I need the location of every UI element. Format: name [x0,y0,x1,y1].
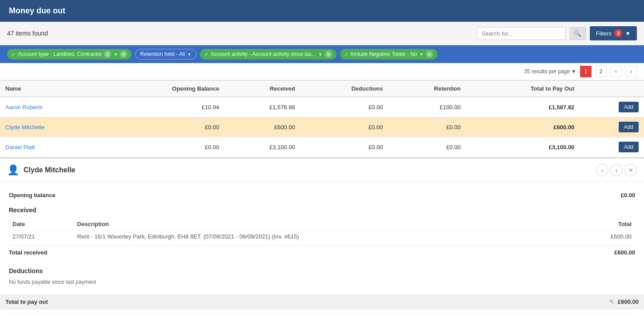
table-header-row: Name Opening Balance Received Deductions… [0,81,644,97]
add-button[interactable]: Add [619,142,639,152]
filter-tag-account-type-remove[interactable]: ✕ [120,51,127,58]
deductions-section: Deductions No funds payable since last p… [9,258,635,290]
search-button[interactable]: 🔍 [569,27,586,40]
deductions-header: Deductions [9,262,635,277]
filter-tag-account-activity[interactable]: ✓ Account activity - Account activity si… [200,49,336,60]
received-total: £600.00 [574,231,635,243]
filters-button[interactable]: Filters 3 ▼ [590,26,637,40]
row-name: Aaron Roberts [0,97,104,117]
table-row: Daniel Platt £0.00 £3,100.00 £0.00 £0.00… [0,137,644,157]
table-row: Clyde Mitchelle £0.00 £600.00 £0.00 £0.0… [0,117,644,137]
chevron-down-icon: ▼ [625,30,631,37]
filter-tag-account-type-badge: 2 [104,51,111,58]
pagination-bar: 25 results per page ▼ 1 2 ‹ › [0,63,644,80]
per-page-selector[interactable]: 25 results per page ▼ [524,68,576,75]
app-header: Money due out [0,0,644,22]
edit-icon[interactable]: ✎ [609,298,614,305]
filter-tag-account-activity-remove[interactable]: ✕ [325,51,332,58]
page-1-button[interactable]: 1 [580,66,592,77]
row-received: £600.00 [224,117,300,137]
col-deductions: Deductions [300,81,388,97]
table-row: Aaron Roberts £10.94 £1,576.88 £0.00 £10… [0,97,644,117]
add-button[interactable]: Add [619,102,639,112]
opening-balance-label: Opening balance [9,192,56,199]
row-action: Add [580,117,644,137]
row-opening-balance: £0.00 [104,137,224,157]
row-deductions: £0.00 [300,117,388,137]
filter-tag-include-negative-label: Include Negative Totals - No [351,51,417,57]
detail-header-left: 👤 Clyde Mitchelle [7,164,75,176]
search-input[interactable] [477,27,566,40]
row-received: £3,100.00 [224,137,300,157]
row-deductions: £0.00 [300,137,388,157]
opening-balance-row: Opening balance £0.00 [9,189,635,201]
check-icon: ✓ [12,52,16,57]
received-table: Date Description Total 27/07/21 Rent - 1… [9,219,635,242]
detail-panel: 👤 Clyde Mitchelle ‹ › ✕ Opening balance … [0,157,644,318]
detail-body: Opening balance £0.00 Received Date Desc… [0,182,644,318]
total-pay-out-row: Total to pay out ✎ £600.00 [0,294,644,310]
detail-header: 👤 Clyde Mitchelle ‹ › ✕ [0,159,644,182]
received-row: 27/07/21 Rent - 16/1 Waverley Park, Edin… [9,231,635,243]
received-label: Received [9,207,36,214]
next-page-button[interactable]: › [625,66,637,77]
row-opening-balance: £10.94 [104,97,224,117]
filter-tag-account-activity-label: Account activity - Account activity sinc… [211,51,316,57]
deductions-label: Deductions [9,267,43,274]
page-title: Money due out [9,6,65,15]
total-pay-out-value: £600.00 [618,298,639,305]
received-col-date: Date [9,219,74,231]
opening-balance-value: £0.00 [620,192,635,199]
row-retention: £0.00 [388,137,466,157]
name-link[interactable]: Clyde Mitchelle [5,124,44,131]
chevron-down-icon: ▼ [571,68,576,75]
col-opening-balance: Opening Balance [104,81,224,97]
detail-person-name: Clyde Mitchelle [24,166,75,174]
chevron-down-icon: ▼ [420,52,424,57]
deductions-none-message: No funds payable since last payment [9,277,635,287]
received-col-total: Total [574,219,635,231]
received-section-header: Received [9,201,635,216]
detail-close-button[interactable]: ✕ [624,164,637,176]
name-link[interactable]: Daniel Platt [5,144,35,151]
name-link[interactable]: Aaron Roberts [5,104,43,111]
items-found-label: 47 items found [7,30,48,37]
col-received: Received [224,81,300,97]
search-icon: 🔍 [574,30,581,37]
detail-prev-button[interactable]: ‹ [596,164,608,176]
row-total: £1,587.82 [466,97,580,117]
row-deductions: £0.00 [300,97,388,117]
filter-tag-retention[interactable]: Retention held - All ▼ [135,49,196,60]
total-received-label: Total received [9,249,47,256]
filter-tag-account-type[interactable]: ✓ Account type - Landlord, Contractor 2 … [7,49,132,60]
row-name: Daniel Platt [0,137,104,157]
person-icon: 👤 [7,164,19,176]
prev-page-button[interactable]: ‹ [610,66,622,77]
total-pay-out-label: Total to pay out [5,298,48,305]
row-opening-balance: £0.00 [104,117,224,137]
filter-tag-include-negative[interactable]: ✓ Include Negative Totals - No ▼ ✕ [340,49,438,60]
check-icon: ✓ [344,52,348,57]
detail-next-button[interactable]: › [610,164,623,176]
col-retention: Retention [388,81,466,97]
col-total: Total to Pay Out [466,81,580,97]
total-received-value: £600.00 [614,249,635,256]
filter-tags-bar: ✓ Account type - Landlord, Contractor 2 … [0,45,644,63]
total-received-row: Total received £600.00 [9,245,635,258]
add-button[interactable]: Add [619,122,639,132]
row-received: £1,576.88 [224,97,300,117]
filters-label: Filters [596,30,612,37]
row-name: Clyde Mitchelle [0,117,104,137]
page-2-button[interactable]: 2 [595,66,607,77]
row-total: £600.00 [466,117,580,137]
filter-tag-include-negative-remove[interactable]: ✕ [426,51,433,58]
received-date: 27/07/21 [9,231,74,243]
search-area: 🔍 Filters 3 ▼ [477,26,637,40]
closing-balance-row: Estimated Closing Balance £0.00 [9,313,635,318]
chevron-down-icon: ▼ [187,52,192,57]
col-action [580,81,644,97]
check-icon: ✓ [204,52,208,57]
row-total: £3,100.00 [466,137,580,157]
row-retention: £0.00 [388,117,466,137]
received-description: Rent - 16/1 Waverley Park, Edinburgh, EH… [74,231,574,243]
